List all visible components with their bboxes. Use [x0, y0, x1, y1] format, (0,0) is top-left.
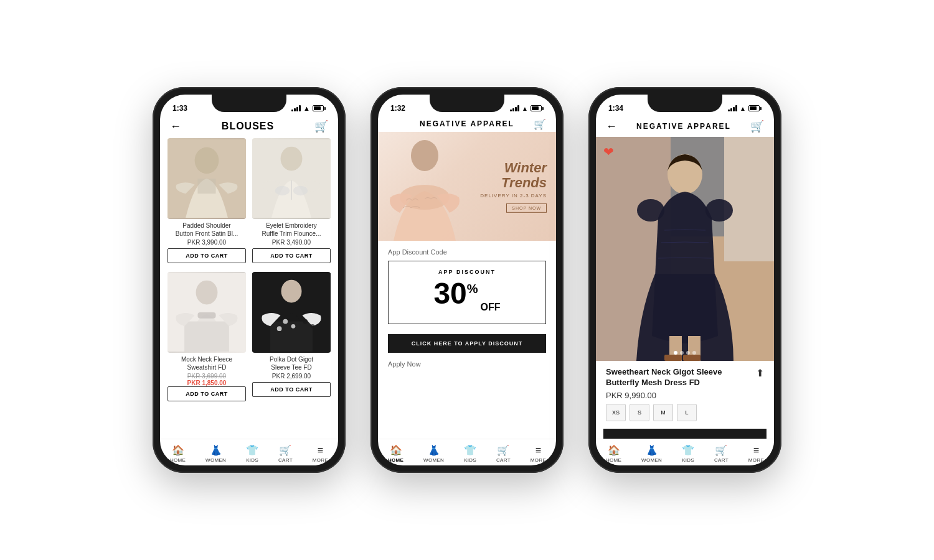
- product-name-2: Eyelet EmbroideryRuffle Trim Flounce...: [252, 222, 331, 238]
- dot-1[interactable]: [674, 351, 677, 355]
- nav-home-1[interactable]: 🏠 HOME: [170, 444, 186, 463]
- product-info-2: Eyelet EmbroideryRuffle Trim Flounce... …: [252, 219, 331, 266]
- page-title-1: BLOUSES: [222, 121, 274, 132]
- product-card-2: Eyelet EmbroideryRuffle Trim Flounce... …: [252, 138, 331, 266]
- women-label-3: WOMEN: [641, 457, 662, 463]
- product-card-4: Polka Dot GigotSleeve Tee FD PKR 2,699.0…: [252, 272, 331, 404]
- product-info-1: Padded ShoulderButton Front Satin Bl... …: [167, 219, 246, 266]
- signal-2: [510, 105, 519, 111]
- apply-discount-btn[interactable]: CLICK HERE TO APPLY DISCOUNT: [388, 334, 546, 353]
- cart-label-3: CART: [714, 457, 729, 463]
- svg-point-13: [281, 280, 302, 303]
- shop-now-btn[interactable]: SHOP NOW: [506, 203, 547, 213]
- phones-container: 1:33 ▲: [134, 68, 800, 492]
- svg-point-1: [195, 147, 219, 174]
- add-to-cart-btn-4[interactable]: ADD TO CART: [252, 382, 331, 397]
- phone2-content: App Discount Code APP DISCOUNT 30%OFF CL…: [378, 241, 556, 439]
- phone3-content: ❤: [596, 137, 774, 465]
- add-to-cart-btn-1[interactable]: ADD TO CART: [167, 248, 246, 263]
- nav-cart-2[interactable]: 🛒 CART: [496, 444, 511, 463]
- svg-rect-11: [197, 312, 215, 319]
- time-2: 1:32: [390, 104, 405, 113]
- size-m[interactable]: M: [653, 404, 673, 421]
- kids-label-2: KIDS: [464, 457, 476, 463]
- nav-home-2[interactable]: 🏠 HOME: [388, 444, 403, 463]
- add-to-cart-btn-2[interactable]: ADD TO CART: [252, 248, 331, 263]
- svg-point-17: [277, 326, 282, 331]
- size-xs[interactable]: XS: [606, 404, 626, 421]
- product-card-1: Padded ShoulderButton Front Satin Bl... …: [167, 138, 246, 266]
- phone-1: 1:33 ▲: [153, 87, 346, 473]
- nav-cart-3[interactable]: 🛒 CART: [714, 444, 729, 463]
- nav-cart-1[interactable]: 🛒 CART: [278, 444, 293, 463]
- nav-more-2[interactable]: ≡ MORE: [531, 445, 546, 463]
- home-label-3: HOME: [606, 457, 621, 463]
- fur-figure: [381, 138, 468, 241]
- dot-2[interactable]: [680, 351, 684, 355]
- product-card-3: Mock Neck FleeceSweatshirt FD PKR 3,699.…: [167, 272, 246, 404]
- dot-4[interactable]: [692, 351, 696, 355]
- more-label-3: MORE: [748, 457, 764, 463]
- more-icon-2: ≡: [535, 445, 541, 456]
- dress-svg: [596, 137, 774, 361]
- nav-women-3[interactable]: 👗 WOMEN: [641, 444, 662, 463]
- cart-icon-nav-1: 🛒: [279, 444, 291, 456]
- nav-women-2[interactable]: 👗 WOMEN: [423, 444, 444, 463]
- apply-now-title: Apply Now: [388, 360, 546, 368]
- product-detail-price: PKR 9,990.00: [606, 391, 737, 400]
- cart-icon-nav-3: 🛒: [715, 444, 727, 456]
- svg-point-18: [303, 319, 308, 324]
- product-price-2: PKR 3,490.00: [252, 239, 331, 246]
- svg-point-27: [637, 199, 664, 222]
- nav-kids-2[interactable]: 👕 KIDS: [464, 444, 476, 463]
- nav-kids-1[interactable]: 👕 KIDS: [246, 444, 258, 463]
- svg-rect-2: [197, 179, 215, 194]
- img-dots: [674, 351, 696, 355]
- nav-more-3[interactable]: ≡ MORE: [748, 445, 764, 463]
- battery-tip-1: [324, 107, 326, 110]
- product-img-2: [252, 138, 331, 219]
- size-l[interactable]: L: [677, 404, 697, 421]
- cart-icon-3[interactable]: 🛒: [750, 119, 764, 133]
- back-arrow-3[interactable]: ←: [606, 120, 617, 133]
- dot-3[interactable]: [686, 351, 690, 355]
- time-1: 1:33: [172, 104, 187, 113]
- cart-icon-2[interactable]: 🛒: [534, 118, 546, 130]
- brand-name-2: NEGATIVE APPAREL: [420, 119, 514, 128]
- kids-icon-3: 👕: [682, 444, 694, 456]
- add-to-cart-btn-3[interactable]: ADD TO CART: [167, 386, 246, 401]
- cart-label-2: CART: [496, 457, 511, 463]
- product-detail-name: Sweetheart Neck Gigot Sleeve Butterfly M…: [606, 367, 737, 388]
- svg-rect-32: [683, 355, 700, 361]
- hero-text-area: WinterTrends DELIVERY IN 2-3 DAYS SHOP N…: [480, 160, 547, 212]
- back-arrow-1[interactable]: ←: [170, 120, 181, 133]
- share-icon[interactable]: ⬆: [756, 367, 764, 379]
- phone3-nav: 🏠 HOME 👗 WOMEN 👕 KIDS 🛒 CART ≡ MOR: [596, 439, 774, 465]
- size-s[interactable]: S: [630, 404, 649, 421]
- mock-svg: [167, 272, 246, 353]
- bar3: [296, 107, 298, 111]
- battery-body-2: [531, 105, 542, 111]
- home-label-2: HOME: [388, 457, 403, 463]
- more-label-2: MORE: [531, 457, 546, 463]
- svg-rect-10: [184, 322, 229, 352]
- notch-1: [212, 95, 286, 112]
- blouse1-svg: [167, 138, 246, 219]
- nav-women-1[interactable]: 👗 WOMEN: [205, 444, 226, 463]
- women-label-1: WOMEN: [205, 457, 226, 463]
- battery-1: [313, 105, 326, 111]
- nav-more-1[interactable]: ≡ MORE: [313, 445, 328, 463]
- nav-kids-3[interactable]: 👕 KIDS: [682, 444, 694, 463]
- product-img-4: [252, 272, 331, 353]
- svg-point-16: [291, 324, 296, 329]
- heart-icon[interactable]: ❤: [603, 144, 614, 159]
- svg-point-20: [411, 140, 438, 171]
- women-icon-1: 👗: [210, 444, 222, 456]
- cart-icon-1[interactable]: 🛒: [314, 119, 328, 133]
- polka-svg: [252, 272, 331, 353]
- nav-home-3[interactable]: 🏠 HOME: [606, 444, 621, 463]
- home-icon-2: 🏠: [390, 444, 402, 456]
- phone2-header: NEGATIVE APPAREL 🛒: [378, 117, 556, 132]
- battery-2: [531, 105, 544, 111]
- svg-point-7: [293, 186, 308, 196]
